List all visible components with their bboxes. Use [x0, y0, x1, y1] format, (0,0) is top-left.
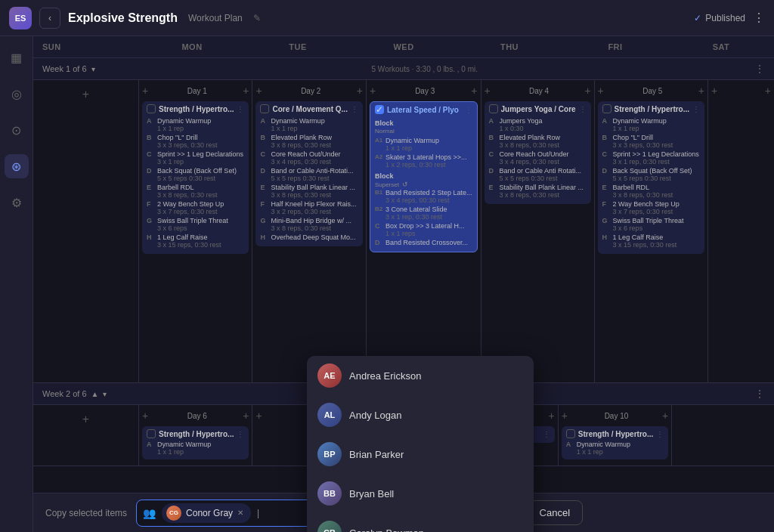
thu-workout-card[interactable]: Jumpers Yoga / Core ⋮ AJumpers Yoga1 x 0… [485, 101, 591, 204]
more-menu-icon[interactable]: ⋮ [753, 11, 765, 25]
thu-workout-menu[interactable]: ⋮ [579, 105, 587, 113]
thu-exercise-list: AJumpers Yoga1 x 0:30 BElevated Plank Ro… [489, 115, 587, 201]
andrea-avatar: AE [317, 363, 342, 388]
fri-add-icon[interactable]: + [698, 85, 704, 97]
day-label-tue: TUE [245, 42, 351, 51]
fri-workout-menu[interactable]: ⋮ [692, 105, 700, 113]
thu-add-icon[interactable]: + [584, 85, 590, 97]
week2-fri-title: Strength / Hypertro... [578, 430, 653, 438]
mon-workout-title: Strength / Hypertro... [159, 105, 234, 113]
wed-workout-card[interactable]: ✓ Lateral Speed / Plyo ⋮ Block Normal A1… [370, 101, 478, 252]
mon-exercise-list: ADynamic Warmup1 x 1 rep BChop "L" Drill… [147, 115, 244, 251]
sidebar-icon-person[interactable]: ⊙ [5, 118, 29, 142]
tue-workout-card[interactable]: Core / Movement Q... ⋮ ADynamic Warmup1 … [255, 101, 362, 246]
week2-menu-icon[interactable]: ⋮ [754, 388, 765, 400]
edit-title-icon[interactable]: ✎ [253, 13, 261, 23]
mon-add-icon[interactable]: + [243, 85, 249, 97]
back-button[interactable]: ‹ [39, 8, 60, 29]
andy-name: Andy Logan [349, 410, 401, 421]
tue-add-left-icon[interactable]: + [255, 85, 262, 97]
mon-workout-checkbox[interactable] [147, 104, 156, 113]
wed-add-left-icon[interactable]: + [370, 85, 376, 97]
dropdown-item-andrea[interactable]: AE Andrea Erickson [307, 356, 534, 395]
mon-add-left-icon[interactable]: + [142, 85, 148, 97]
week1-menu-icon[interactable]: ⋮ [754, 63, 765, 75]
cancel-button[interactable]: Cancel [527, 500, 583, 525]
sun-add-button[interactable]: + [39, 88, 132, 101]
dropdown-item-andy[interactable]: AL Andy Logan [307, 395, 534, 435]
dropdown-item-brian[interactable]: BP Brian Parker [307, 435, 534, 474]
week1-fri-column: + Day 5 + Strength / Hypertro... ⋮ ADyna… [595, 80, 708, 382]
week2-fri-label: Day 10 [605, 412, 629, 420]
published-label: Published [705, 13, 745, 23]
people-icon: 👥 [143, 507, 156, 519]
thu-workout-checkbox[interactable] [489, 104, 498, 113]
week2-fri-workout[interactable]: Strength / Hypertro... ⋮ ADynamic Warmup… [562, 426, 668, 459]
week2-fri-add[interactable]: + [662, 410, 668, 422]
week2-tue-add-left[interactable]: + [255, 410, 262, 422]
app-layout: ▦ ◎ ⊙ ⊛ ⚙ SUN MON TUE WED THU FRI SAT We… [0, 36, 774, 532]
week2-thu-add[interactable]: + [549, 410, 555, 422]
week2-mon-label: Day 6 [187, 412, 207, 420]
week1-sun-column: + [33, 80, 139, 382]
topbar: ES ‹ Explosive Strength Workout Plan ✎ ✓… [0, 0, 774, 36]
week2-fri-add-left[interactable]: + [562, 410, 568, 422]
week2-mon-checkbox[interactable] [147, 429, 156, 438]
tue-workout-menu[interactable]: ⋮ [351, 105, 358, 113]
workout-subtitle: Workout Plan [188, 13, 243, 23]
week2-fri-checkbox[interactable] [566, 429, 575, 438]
dropdown-item-bryan[interactable]: BB Bryan Bell [307, 474, 534, 513]
week2-mon-workout[interactable]: Strength / Hypertro... ⋮ ADynamic Warmup… [142, 426, 249, 459]
week2-thu-menu[interactable]: ⋮ [543, 430, 550, 438]
sat-add-icon[interactable]: + [765, 85, 771, 97]
week2-fri-menu[interactable]: ⋮ [656, 430, 664, 438]
sidebar-icon-calendar[interactable]: ▦ [5, 45, 29, 70]
week2-expand-icon[interactable]: ▲ [91, 390, 99, 398]
wed-workout-checkbox[interactable]: ✓ [375, 105, 384, 114]
sat-add-left-icon[interactable]: + [711, 85, 717, 97]
week1-wed-header: + Day 3 + [370, 83, 478, 98]
wed-workout-title: Lateral Speed / Plyo [387, 106, 462, 114]
carolyn-name: Carolyn Bowman [349, 527, 424, 533]
sidebar: ▦ ◎ ⊙ ⊛ ⚙ [0, 36, 33, 532]
dropdown-item-carolyn[interactable]: CB Carolyn Bowman [307, 513, 534, 532]
day-label-sun: SUN [33, 42, 139, 51]
fri-workout-checkbox[interactable] [602, 104, 611, 113]
remove-conor-button[interactable]: ✕ [237, 509, 243, 517]
day-label-thu: THU [457, 42, 562, 51]
week2-mon-title: Strength / Hypertro... [159, 430, 234, 438]
week1-tue-column: + Day 2 + Core / Movement Q... ⋮ ADynami… [252, 80, 366, 382]
fri-add-left-icon[interactable]: + [598, 85, 604, 97]
week2-sun-add[interactable]: + [39, 413, 132, 426]
tue-add-icon[interactable]: + [357, 85, 363, 97]
thu-day-label: Day 4 [529, 87, 549, 95]
week1-mon-header: + Day 1 + [142, 83, 249, 98]
week1-fri-header: + Day 5 + [598, 83, 704, 98]
wed-exercise-list: Block Normal A1Dynamic Warmup1 x 1 rep A… [375, 116, 472, 249]
mon-workout-card[interactable]: Strength / Hypertro... ⋮ ADynamic Warmup… [142, 101, 249, 254]
wed-workout-menu[interactable]: ⋮ [465, 106, 472, 114]
workout-title: Explosive Strength [68, 11, 178, 25]
bryan-name: Bryan Bell [349, 488, 394, 500]
week2-collapse-icon[interactable]: ▾ [103, 390, 107, 398]
wed-day-label: Day 3 [415, 87, 435, 95]
sidebar-icon-dollar[interactable]: ◎ [5, 82, 29, 106]
brian-name: Brian Parker [349, 449, 404, 460]
week2-mon-add-left[interactable]: + [142, 410, 148, 422]
fri-workout-card[interactable]: Strength / Hypertro... ⋮ ADynamic Warmup… [598, 101, 704, 254]
thu-add-left-icon[interactable]: + [485, 85, 491, 97]
sidebar-icon-settings[interactable]: ⚙ [5, 190, 29, 215]
week1-thu-column: + Day 4 + Jumpers Yoga / Core ⋮ AJumpers… [481, 80, 595, 382]
week1-wed-column: + Day 3 + ✓ Lateral Speed / Plyo ⋮ Block… [367, 80, 481, 382]
week2-mon-menu[interactable]: ⋮ [237, 430, 244, 438]
week1-section: Week 1 of 6 ▾ 5 Workouts · 3:30 , 0 lbs.… [33, 58, 774, 383]
week2-mon-add[interactable]: + [243, 410, 249, 422]
week1-chevron[interactable]: ▾ [91, 65, 95, 73]
tue-exercise-list: ADynamic Warmup1 x 1 rep BElevated Plank… [260, 115, 358, 243]
sidebar-icon-group[interactable]: ⊛ [5, 154, 29, 178]
wed-add-icon[interactable]: + [471, 85, 477, 97]
mon-workout-menu[interactable]: ⋮ [237, 105, 244, 113]
fri-exercise-list: ADynamic Warmup1 x 1 rep BChop "L" Drill… [602, 115, 700, 251]
tue-workout-checkbox[interactable] [260, 104, 269, 113]
fri-workout-title: Strength / Hypertro... [615, 105, 689, 113]
